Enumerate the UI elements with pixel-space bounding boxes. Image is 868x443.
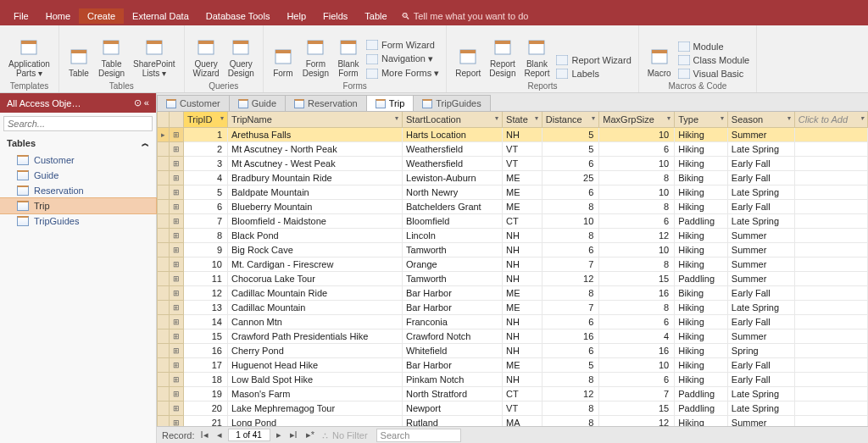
ribbon-blank-report[interactable]: BlankReport	[520, 36, 553, 80]
row-selector[interactable]	[158, 185, 170, 199]
expand-icon[interactable]: ⊞	[170, 271, 184, 285]
menu-table[interactable]: Table	[356, 8, 395, 24]
ribbon-query-design[interactable]: QueryDesign	[225, 36, 258, 80]
table-row[interactable]: ⊞6Blueberry MountainBatchelders GrantME8…	[158, 199, 868, 213]
expand-icon[interactable]: ⊞	[170, 300, 184, 314]
ribbon-query-wizard[interactable]: QueryWizard	[190, 36, 223, 80]
ribbon-form-design[interactable]: FormDesign	[299, 36, 332, 80]
table-row[interactable]: ⊞13Cadillac MountainBar HarborME78Hiking…	[158, 300, 868, 314]
nav-header[interactable]: All Access Obje… ⊙ «	[0, 93, 156, 113]
ribbon-sharepoint-lists[interactable]: SharePointLists ▾	[130, 36, 178, 80]
ribbon-class-module[interactable]: Class Module	[676, 54, 752, 66]
ribbon-report-design[interactable]: ReportDesign	[486, 36, 519, 80]
ribbon-module[interactable]: Module	[676, 41, 752, 53]
row-selector[interactable]	[158, 213, 170, 228]
ribbon-table[interactable]: Table	[64, 45, 93, 80]
ribbon-navigation[interactable]: Navigation ▾	[364, 53, 441, 65]
menu-fields[interactable]: Fields	[314, 8, 356, 24]
expand-icon[interactable]: ⊞	[170, 141, 184, 156]
table-row[interactable]: ⊞17Huguenot Head HikeBar HarborME510Hiki…	[158, 357, 868, 372]
tab-guide[interactable]: Guide	[229, 95, 286, 111]
nav-item-trip[interactable]: Trip	[0, 198, 156, 213]
col-tripid[interactable]: TripID▾	[184, 112, 228, 127]
table-row[interactable]: ⊞11Chocorua Lake TourTamworthNH1215Paddl…	[158, 271, 868, 285]
ribbon-form-wizard[interactable]: Form Wizard	[364, 39, 441, 51]
ribbon-report-wizard[interactable]: Report Wizard	[554, 54, 632, 66]
row-selector[interactable]	[158, 401, 170, 415]
expand-icon[interactable]: ⊞	[170, 285, 184, 300]
expand-icon[interactable]: ⊞	[170, 386, 184, 401]
ribbon-visual-basic[interactable]: Visual Basic	[676, 68, 752, 80]
table-row[interactable]: ⊞5Baldpate MountainNorth NewryME610Hikin…	[158, 185, 868, 199]
nav-item-guide[interactable]: Guide	[0, 168, 156, 183]
prev-record-button[interactable]: ◂	[214, 429, 225, 440]
row-selector[interactable]	[158, 257, 170, 271]
table-row[interactable]: ⊞20Lake Mephremagog TourNewportVT815Padd…	[158, 401, 868, 415]
nav-item-tripguides[interactable]: TripGuides	[0, 213, 156, 229]
menu-file[interactable]: File	[5, 8, 37, 24]
record-search[interactable]: Search	[376, 429, 461, 442]
table-row[interactable]: ⊞14Cannon MtnFranconiaNH66HikingEarly Fa…	[158, 314, 868, 329]
row-selector[interactable]	[158, 314, 170, 329]
expand-icon[interactable]: ⊞	[170, 329, 184, 343]
expand-icon[interactable]: ⊞	[170, 199, 184, 213]
row-selector[interactable]	[158, 271, 170, 285]
ribbon-report[interactable]: Report	[452, 45, 484, 80]
first-record-button[interactable]: I◂	[198, 429, 211, 440]
expand-icon[interactable]: ⊞	[170, 401, 184, 415]
row-selector[interactable]	[158, 329, 170, 343]
table-row[interactable]: ⊞21Long PondRutlandMA812HikingSummer	[158, 415, 868, 426]
row-selector[interactable]	[158, 156, 170, 170]
col-startlocation[interactable]: StartLocation▾	[403, 112, 503, 127]
tab-customer[interactable]: Customer	[157, 95, 230, 111]
expand-icon[interactable]: ⊞	[170, 127, 184, 141]
row-selector[interactable]	[158, 228, 170, 242]
record-position[interactable]	[228, 429, 270, 441]
row-selector[interactable]	[158, 285, 170, 300]
last-record-button[interactable]: ▸I	[287, 429, 300, 440]
row-selector[interactable]	[158, 386, 170, 401]
table-row[interactable]: ⊞2Mt Ascutney - North PeakWeathersfieldV…	[158, 141, 868, 156]
expand-icon[interactable]: ⊞	[170, 170, 184, 185]
table-row[interactable]: ⊞3Mt Ascutney - West PeakWeathersfieldVT…	[158, 156, 868, 170]
expand-icon[interactable]: ⊞	[170, 213, 184, 228]
menu-external-data[interactable]: External Data	[124, 8, 198, 24]
expand-icon[interactable]: ⊞	[170, 343, 184, 357]
table-row[interactable]: ⊞8Black PondLincolnNH812HikingSummer	[158, 228, 868, 242]
next-record-button[interactable]: ▸	[274, 429, 284, 440]
expand-icon[interactable]: ⊞	[170, 314, 184, 329]
expand-icon[interactable]: ⊞	[170, 185, 184, 199]
expand-icon[interactable]: ⊞	[170, 156, 184, 170]
table-row[interactable]: ⊞4Bradbury Mountain RideLewiston-AuburnM…	[158, 170, 868, 185]
ribbon-application-parts[interactable]: ApplicationParts ▾	[5, 36, 53, 80]
nav-search-input[interactable]	[3, 116, 153, 131]
table-row[interactable]: ⊞19Mason's FarmNorth StratfordCT127Paddl…	[158, 386, 868, 401]
chevron-down-icon[interactable]: ⊙ «	[134, 97, 149, 108]
table-row[interactable]: ▸⊞1Arethusa FallsHarts LocationNH510Hiki…	[158, 127, 868, 141]
table-row[interactable]: ⊞12Cadillac Mountain RideBar HarborME816…	[158, 285, 868, 300]
table-row[interactable]: ⊞7Bloomfield - MaidstoneBloomfieldCT106P…	[158, 213, 868, 228]
nav-item-customer[interactable]: Customer	[0, 152, 156, 168]
table-row[interactable]: ⊞16Cherry PondWhitefieldNH616HikingSprin…	[158, 343, 868, 357]
table-row[interactable]: ⊞9Big Rock CaveTamworthNH610HikingSummer	[158, 242, 868, 257]
click-to-add[interactable]: Click to Add ▾	[794, 112, 867, 127]
new-record-button[interactable]: ▸*	[303, 429, 317, 440]
menu-help[interactable]: Help	[278, 8, 314, 24]
expand-icon[interactable]: ⊞	[170, 242, 184, 257]
row-selector[interactable]	[158, 300, 170, 314]
row-selector[interactable]	[158, 170, 170, 185]
tab-reservation[interactable]: Reservation	[285, 95, 367, 111]
col-tripname[interactable]: TripName▾	[228, 112, 403, 127]
table-row[interactable]: ⊞10Mt. Cardigan - FirescrewOrangeNH78Hik…	[158, 257, 868, 271]
ribbon-form[interactable]: Form	[269, 45, 298, 80]
col-distance[interactable]: Distance▾	[542, 112, 598, 127]
collapse-icon[interactable]: ︽	[142, 138, 149, 149]
expand-icon[interactable]: ⊞	[170, 415, 184, 426]
menu-database-tools[interactable]: Database Tools	[198, 8, 279, 24]
ribbon-macro[interactable]: Macro	[644, 45, 675, 80]
row-selector[interactable]	[158, 242, 170, 257]
datasheet-grid[interactable]: TripID▾TripName▾StartLocation▾State▾Dist…	[157, 112, 868, 426]
row-selector[interactable]	[158, 372, 170, 386]
tell-me[interactable]: 🔍︎Tell me what you want to do	[401, 11, 529, 21]
col-maxgrpsize[interactable]: MaxGrpSize▾	[599, 112, 675, 127]
